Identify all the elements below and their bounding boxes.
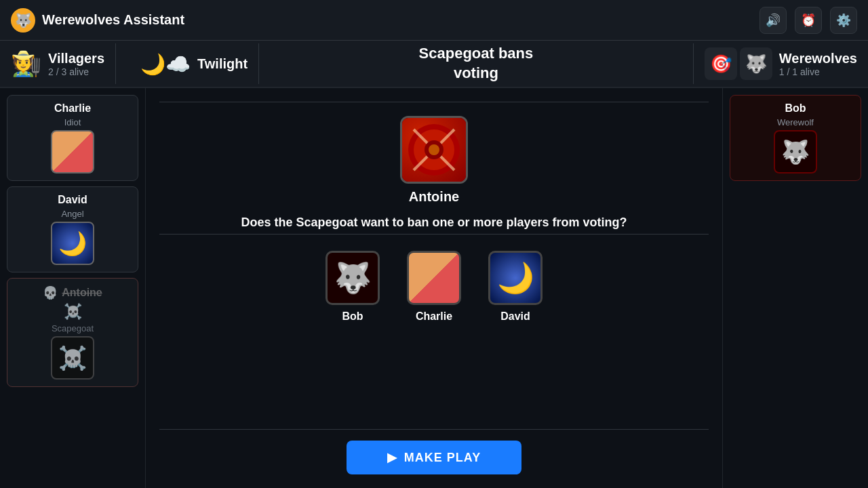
question-divider (159, 234, 709, 235)
header-actions: 🔊 ⏰ ⚙️ (760, 7, 857, 34)
scapegoat-avatar-svg (407, 123, 461, 177)
player-role-antoine: Scapegoat (52, 323, 94, 333)
history-button[interactable]: ⏰ (795, 7, 822, 34)
event-title: Scapegoat bans voting (270, 44, 682, 83)
werewolves-info: Werewolves 1 / 1 alive (779, 51, 857, 77)
villagers-label: Villagers (48, 51, 104, 66)
top-divider (159, 102, 709, 102)
villagers-info: Villagers 2 / 3 alive (48, 51, 104, 77)
ww-card-bob[interactable]: Bob Werewolf 🐺 (730, 95, 861, 181)
topbar-divider-3 (693, 43, 694, 84)
scapegoat-avatar (400, 116, 468, 184)
player-role-david: Angel (61, 209, 83, 219)
villagers-section: 🧑‍🌾 Villagers 2 / 3 alive (11, 51, 104, 77)
event-section: Scapegoat bans voting (270, 44, 682, 83)
werewolves-icon1: 🎯 (705, 47, 737, 80)
choice-label-bob: Bob (342, 310, 363, 323)
player-avatar-antoine: ☠️ (51, 336, 94, 380)
player-card-charlie[interactable]: Charlie Idiot (7, 95, 138, 181)
werewolves-icons: 🎯 🐺 (705, 47, 772, 80)
make-play-label: MAKE PLAY (404, 451, 481, 465)
wolf-icon: 🐺 (15, 12, 32, 28)
svg-point-5 (429, 144, 439, 155)
phase-icon: 🌙☁️ (140, 52, 191, 76)
choice-david[interactable]: 🌙 David (488, 251, 542, 323)
player-name-antoine: Antoine (62, 287, 102, 299)
werewolves-section: 🎯 🐺 Werewolves 1 / 1 alive (705, 47, 857, 80)
question-text: Does the Scapegoat want to ban one or mo… (241, 216, 627, 230)
choice-avatar-charlie (407, 251, 461, 305)
app-title: Werewolves Assistant (42, 12, 760, 28)
play-icon: ▶ (387, 450, 397, 465)
topbar: 🧑‍🌾 Villagers 2 / 3 alive 🌙☁️ Twilight S… (0, 41, 868, 88)
werewolves-icon2: 🐺 (740, 47, 772, 80)
topbar-divider-2 (258, 43, 259, 84)
ww-avatar-bob: 🐺 (774, 130, 817, 174)
bottom-divider (159, 429, 709, 430)
make-play-button[interactable]: ▶ MAKE PLAY (347, 441, 521, 474)
player-name-charlie: Charlie (54, 102, 91, 115)
player-name-david: David (58, 194, 87, 206)
villagers-icon: 🧑‍🌾 (11, 52, 41, 76)
app-logo: 🐺 (11, 8, 35, 33)
center-panel: Antoine Does the Scapegoat want to ban o… (146, 88, 722, 488)
volume-button[interactable]: 🔊 (760, 7, 787, 34)
player-card-antoine: 💀 Antoine ☠️ Scapegoat ☠️ (7, 278, 138, 387)
app-header: 🐺 Werewolves Assistant 🔊 ⏰ ⚙️ (0, 0, 868, 41)
player-choices: 🐺 Bob Charlie 🌙 David (326, 251, 542, 323)
werewolves-label: Werewolves (779, 51, 857, 66)
topbar-divider-1 (115, 43, 116, 84)
player-role-charlie: Idiot (64, 117, 81, 127)
scapegoat-avatar-inner (402, 118, 466, 182)
main-layout: Charlie Idiot David Angel 🌙 💀 Antoine ☠️… (0, 88, 868, 488)
werewolves-alive: 1 / 1 alive (779, 66, 857, 77)
ww-name-bob: Bob (785, 102, 806, 115)
phase-name: Twilight (197, 56, 248, 72)
choice-label-charlie: Charlie (416, 310, 452, 323)
player-avatar-david: 🌙 (51, 222, 94, 265)
right-sidebar: Bob Werewolf 🐺 (722, 88, 868, 488)
choice-charlie[interactable]: Charlie (407, 251, 461, 323)
player-card-david[interactable]: David Angel 🌙 (7, 186, 138, 272)
choice-label-david: David (500, 310, 530, 323)
scapegoat-player-label: Antoine (409, 189, 459, 205)
settings-button[interactable]: ⚙️ (830, 7, 857, 34)
ww-role-bob: Werewolf (777, 117, 814, 127)
choice-bob[interactable]: 🐺 Bob (326, 251, 380, 323)
phase-section: 🌙☁️ Twilight (140, 52, 248, 76)
choice-avatar-david: 🌙 (488, 251, 542, 305)
villagers-alive: 2 / 3 alive (48, 66, 104, 77)
left-sidebar: Charlie Idiot David Angel 🌙 💀 Antoine ☠️… (0, 88, 146, 488)
choice-avatar-bob: 🐺 (326, 251, 380, 305)
player-avatar-charlie (51, 130, 94, 174)
